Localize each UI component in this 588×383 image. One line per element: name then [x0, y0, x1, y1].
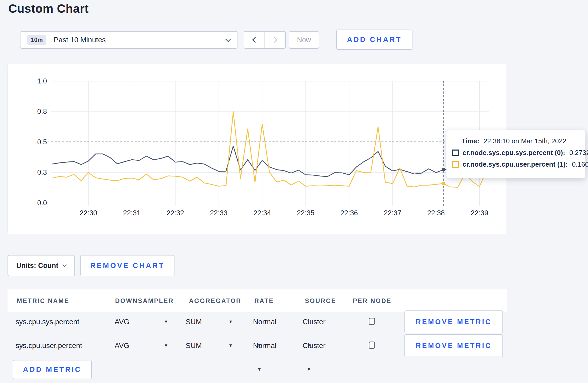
- tooltip-series-row: cr.node.sys.cpu.user.percent (1):0.1601: [461, 160, 585, 168]
- column-header-aggregator: AGGREGATOR: [189, 289, 241, 312]
- line-chart: [8, 64, 506, 234]
- tooltip-time-row: Time: 22:38:10 on Mar 15th, 2022: [461, 137, 585, 145]
- time-range-badge: 10m: [27, 35, 46, 45]
- x-tick-label: 22:32: [157, 209, 193, 217]
- add-metric-button[interactable]: ADD METRIC: [13, 360, 92, 379]
- metric-row: sys.cpu.user.percent×▼AVG▼SUM▼Normal▼Clu…: [8, 334, 507, 358]
- remove-metric-button[interactable]: REMOVE METRIC: [404, 334, 503, 357]
- series-swatch-icon: [452, 150, 459, 156]
- column-header-downsampler: DOWNSAMPLER: [115, 289, 174, 312]
- rate-select[interactable]: Normal▼: [253, 310, 276, 334]
- tooltip-series-label: cr.node.sys.cpu.sys.percent (0):: [463, 149, 565, 157]
- x-tick-label: 22:35: [288, 209, 324, 217]
- aggregator-select[interactable]: SUM: [186, 310, 202, 334]
- metric-name-label: sys.cpu.user.percent: [16, 342, 82, 350]
- column-header-metric-name: METRIC NAME: [17, 289, 69, 312]
- y-tick-label: 0.8: [28, 108, 47, 116]
- chevron-right-icon: [271, 37, 277, 43]
- units-label: Units: Count: [16, 262, 58, 270]
- metrics-table-header: METRIC NAMEDOWNSAMPLERAGGREGATORRATESOUR…: [8, 289, 507, 312]
- dropdown-caret-icon: ▼: [20, 381, 82, 383]
- hover-marker: [442, 182, 445, 185]
- chevron-left-icon: [252, 37, 258, 43]
- x-tick-label: 22:33: [201, 209, 237, 217]
- chevron-down-icon: [62, 263, 67, 267]
- units-select[interactable]: Units: Count: [8, 255, 75, 276]
- time-back-button[interactable]: [244, 32, 265, 48]
- dropdown-caret-icon[interactable]: ▼: [228, 334, 233, 358]
- tooltip-series-row: cr.node.sys.cpu.sys.percent (0):0.2732: [461, 149, 585, 157]
- remove-metric-button[interactable]: REMOVE METRIC: [404, 310, 503, 333]
- y-tick-label: 0.5: [28, 138, 47, 146]
- y-tick-label: 0.0: [28, 199, 47, 207]
- per-node-checkbox[interactable]: [369, 342, 375, 349]
- metric-name-select[interactable]: sys.cpu.sys.percent×▼: [16, 310, 79, 334]
- time-nav-group: [244, 31, 286, 49]
- x-tick-label: 22:38: [418, 209, 454, 217]
- source-select[interactable]: Cluster▼: [303, 310, 326, 334]
- downsampler-select[interactable]: AVG: [115, 334, 129, 358]
- y-tick-label: 0.3: [28, 168, 47, 176]
- column-header-rate: RATE: [254, 289, 274, 312]
- add-chart-button[interactable]: ADD CHART: [336, 30, 412, 50]
- x-tick-label: 22:34: [244, 209, 280, 217]
- hover-marker: [442, 168, 445, 171]
- dropdown-caret-icon: ▼: [307, 358, 326, 381]
- x-tick-label: 22:39: [461, 209, 498, 217]
- x-tick-label: 22:31: [114, 209, 150, 217]
- now-button[interactable]: Now: [289, 31, 319, 49]
- x-tick-label: 22:36: [331, 209, 367, 217]
- tooltip-time-value: 22:38:10 on Mar 15th, 2022: [484, 137, 566, 145]
- y-tick-label: 1.0: [28, 77, 47, 85]
- column-header-per-node: PER NODE: [353, 289, 391, 312]
- time-forward-button[interactable]: [265, 32, 285, 48]
- x-tick-label: 22:37: [374, 209, 411, 217]
- time-range-select[interactable]: 10m Past 10 Minutes: [20, 31, 237, 49]
- downsampler-select[interactable]: AVG: [115, 310, 129, 334]
- remove-chart-button[interactable]: REMOVE CHART: [80, 255, 174, 276]
- metric-name-label: sys.cpu.sys.percent: [16, 318, 79, 326]
- x-tick-label: 22:30: [70, 209, 107, 217]
- per-node-checkbox[interactable]: [369, 318, 375, 325]
- tooltip-time-label: Time:: [461, 137, 479, 145]
- metric-name-select[interactable]: sys.cpu.user.percent×▼: [16, 334, 82, 358]
- tooltip-series-label: cr.node.sys.cpu.user.percent (1):: [463, 160, 568, 168]
- chart-panel[interactable]: 1.00.80.50.30.0 22:3022:3122:3222:3322:3…: [8, 64, 506, 234]
- source-select[interactable]: Cluster▼: [303, 334, 326, 358]
- metric-row: sys.cpu.sys.percent×▼AVG▼SUM▼Normal▼Clus…: [8, 310, 507, 334]
- dropdown-caret-icon: ▼: [257, 358, 276, 381]
- dropdown-caret-icon[interactable]: ▼: [164, 310, 168, 334]
- toolbar-separator: [18, 31, 18, 49]
- source-label: Cluster: [303, 318, 326, 326]
- series-swatch-icon: [452, 161, 459, 168]
- aggregator-select[interactable]: SUM: [186, 334, 202, 358]
- tooltip-series-value: 0.2732: [569, 149, 588, 157]
- chart-tooltip: Time: 22:38:10 on Mar 15th, 2022 cr.node…: [446, 130, 585, 178]
- tooltip-series-value: 0.1601: [572, 160, 588, 168]
- source-label: Cluster: [303, 342, 326, 350]
- dropdown-caret-icon[interactable]: ▼: [228, 310, 233, 334]
- rate-select[interactable]: Normal▼: [253, 334, 276, 358]
- dropdown-caret-icon[interactable]: ▼: [164, 334, 168, 358]
- column-header-source: SOURCE: [305, 289, 336, 312]
- page-title: Custom Chart: [8, 2, 89, 16]
- rate-label: Normal: [253, 318, 276, 326]
- series-line: [52, 112, 487, 187]
- time-range-label: Past 10 Minutes: [54, 36, 106, 44]
- rate-label: Normal: [253, 342, 276, 350]
- chevron-down-icon: [225, 36, 231, 42]
